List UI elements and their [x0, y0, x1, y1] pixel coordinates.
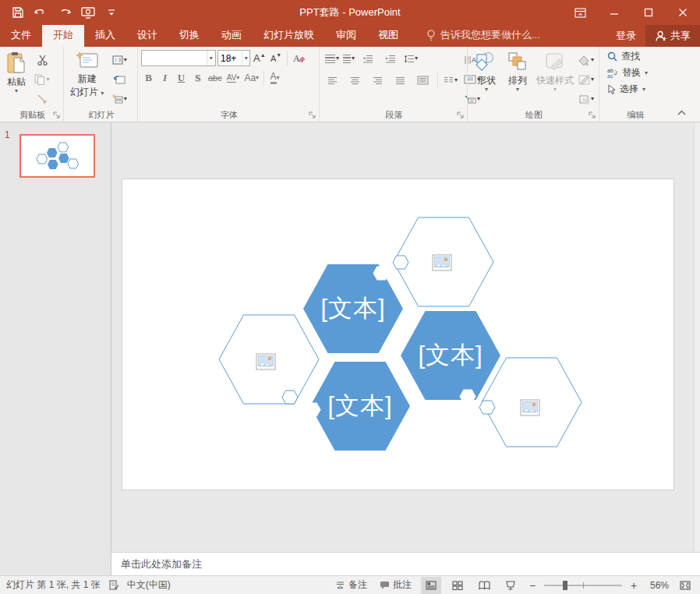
- tab-5[interactable]: 动画: [210, 24, 253, 47]
- slide-sorter-view-button[interactable]: [447, 577, 468, 594]
- change-case-button[interactable]: Aa▾: [242, 69, 260, 86]
- text-shadow-button[interactable]: S: [190, 69, 205, 86]
- numbering-button[interactable]: ▾: [343, 50, 355, 67]
- slideshow-view-button[interactable]: [500, 577, 521, 594]
- language-indicator[interactable]: 中文(中国): [127, 578, 171, 592]
- tab-6[interactable]: 幻灯片放映: [253, 24, 325, 47]
- tab-2[interactable]: 插入: [84, 24, 126, 47]
- picture-placeholder-icon[interactable]: [432, 254, 452, 274]
- font-size-combo[interactable]: ▾: [217, 50, 250, 66]
- font-size-dropdown-icon[interactable]: ▾: [242, 51, 249, 65]
- tell-me-box[interactable]: 告诉我您想要做什么...: [420, 24, 546, 47]
- section-icon[interactable]: ▾: [110, 90, 129, 108]
- line-spacing-button[interactable]: ▾: [404, 50, 418, 67]
- decrease-font-size-button[interactable]: A▼: [269, 50, 284, 66]
- clear-formatting-button[interactable]: A: [291, 50, 306, 66]
- tab-4[interactable]: 切换: [168, 24, 210, 47]
- zoom-slider-thumb[interactable]: [563, 581, 567, 590]
- hex-text-placeholder[interactable]: [文本]: [309, 361, 411, 451]
- reading-view-button[interactable]: [474, 577, 494, 594]
- minimize-button[interactable]: [597, 0, 631, 25]
- bullets-button[interactable]: ▾: [323, 50, 339, 67]
- shapes-button[interactable]: 形状 ▾: [471, 50, 502, 108]
- paste-button[interactable]: 粘贴 ▾: [3, 50, 30, 108]
- close-button[interactable]: [666, 0, 700, 25]
- decrease-indent-icon[interactable]: [359, 50, 377, 67]
- sign-in-button[interactable]: 登录: [606, 29, 645, 43]
- zoom-level[interactable]: 56%: [645, 580, 669, 591]
- increase-indent-icon[interactable]: [381, 50, 400, 67]
- character-spacing-button[interactable]: AV▾: [225, 69, 242, 86]
- justify-icon[interactable]: [391, 72, 409, 89]
- spell-check-icon[interactable]: [108, 580, 119, 591]
- align-left-icon[interactable]: [323, 72, 341, 89]
- picture-placeholder-icon[interactable]: [256, 353, 276, 373]
- collapse-ribbon-icon[interactable]: [670, 47, 692, 122]
- find-button[interactable]: 查找: [607, 50, 669, 63]
- quick-styles-button[interactable]: 快速样式 ▾: [533, 50, 577, 108]
- redo-icon[interactable]: [55, 2, 75, 23]
- slide-layout-icon[interactable]: ▾: [110, 51, 129, 69]
- tab-7[interactable]: 审阅: [325, 24, 367, 47]
- font-dialog-launcher-icon[interactable]: [309, 111, 316, 119]
- arrange-button[interactable]: 排列 ▾: [504, 50, 532, 108]
- comments-toggle[interactable]: 批注: [377, 576, 415, 594]
- shape-outline-button[interactable]: ▾: [578, 71, 594, 88]
- underline-button[interactable]: U: [174, 69, 189, 86]
- zoom-slider[interactable]: [544, 585, 622, 586]
- notes-pane[interactable]: 单击此处添加备注: [111, 552, 700, 575]
- replace-button[interactable]: abac 替换 ▾: [607, 66, 669, 80]
- italic-button[interactable]: I: [157, 69, 172, 86]
- copy-icon[interactable]: ▾: [33, 71, 51, 88]
- hex-badge-outline: [281, 390, 299, 405]
- notes-toggle[interactable]: 备注: [332, 576, 370, 594]
- clipboard-dialog-launcher-icon[interactable]: [53, 111, 61, 119]
- comments-toggle-icon: [380, 581, 390, 590]
- font-size-input[interactable]: [218, 51, 242, 65]
- tab-1[interactable]: 开始: [42, 24, 84, 47]
- hexagon-text-bottom[interactable]: [文本]: [309, 361, 411, 451]
- tab-0[interactable]: 文件: [0, 24, 42, 47]
- tab-3[interactable]: 设计: [126, 24, 168, 47]
- font-name-combo[interactable]: ▾: [141, 50, 216, 66]
- hex-text-placeholder[interactable]: [文本]: [400, 310, 501, 401]
- zoom-in-button[interactable]: +: [628, 579, 639, 592]
- distribute-icon[interactable]: [413, 72, 432, 89]
- increase-font-size-button[interactable]: A▲: [252, 50, 267, 66]
- picture-placeholder-icon[interactable]: [520, 399, 540, 419]
- shape-effects-button[interactable]: ▾: [578, 90, 594, 108]
- share-button[interactable]: 共享: [645, 25, 700, 47]
- drawing-dialog-launcher-icon[interactable]: [589, 111, 596, 119]
- columns-button[interactable]: ▾: [444, 72, 458, 89]
- undo-icon[interactable]: [31, 2, 51, 23]
- cut-icon[interactable]: [33, 51, 51, 69]
- slide-counter[interactable]: 幻灯片 第 1 张, 共 1 张: [6, 578, 101, 592]
- font-name-dropdown-icon[interactable]: ▾: [207, 51, 215, 65]
- normal-view-button[interactable]: [421, 577, 441, 594]
- ribbon-display-options-icon[interactable]: [563, 0, 597, 25]
- start-slideshow-icon[interactable]: [78, 2, 98, 23]
- tab-8[interactable]: 视图: [367, 24, 409, 47]
- format-painter-icon[interactable]: [33, 90, 51, 108]
- slide[interactable]: [文本][文本][文本]: [122, 179, 674, 490]
- align-center-icon[interactable]: [345, 72, 364, 89]
- select-button[interactable]: 选择 ▾: [607, 83, 669, 96]
- bold-button[interactable]: B: [141, 69, 156, 86]
- paste-dropdown-icon[interactable]: ▾: [15, 88, 18, 94]
- reset-slide-icon[interactable]: [110, 71, 129, 88]
- hexagon-text-middle[interactable]: [文本]: [400, 310, 501, 401]
- zoom-out-button[interactable]: −: [527, 579, 538, 592]
- align-right-icon[interactable]: [368, 72, 387, 89]
- new-slide-button[interactable]: 新建 幻灯片 ▾: [67, 50, 107, 108]
- slide-thumbnail[interactable]: [19, 134, 95, 178]
- maximize-button[interactable]: [631, 0, 666, 25]
- paragraph-dialog-launcher-icon[interactable]: [457, 111, 465, 119]
- customize-qat-icon[interactable]: [101, 2, 122, 23]
- fit-slide-to-window-button[interactable]: [675, 577, 695, 594]
- font-color-button[interactable]: A▾: [267, 69, 282, 86]
- shape-fill-button[interactable]: ▾: [578, 51, 594, 69]
- vertical-scrollbar[interactable]: [694, 122, 700, 552]
- font-name-input[interactable]: [142, 51, 207, 65]
- save-icon[interactable]: [8, 2, 28, 23]
- strikethrough-button[interactable]: abc: [207, 69, 224, 86]
